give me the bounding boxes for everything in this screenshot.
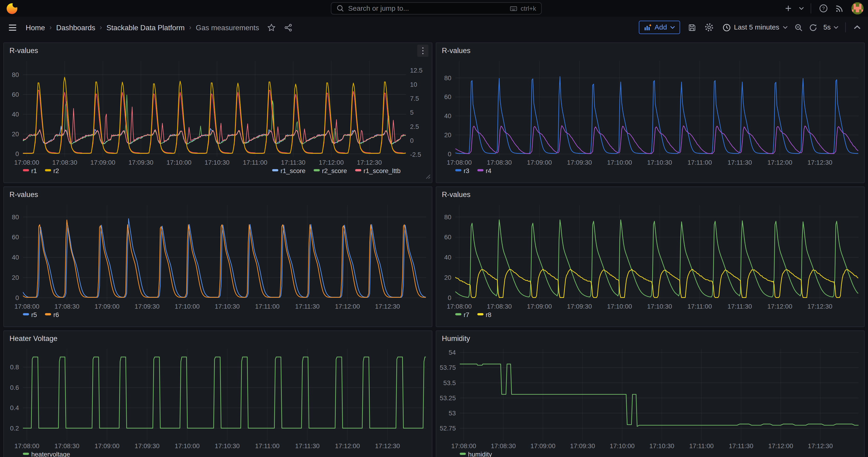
timeseries-chart[interactable]: 17:08:0017:08:3017:09:0017:09:3017:10:00…: [436, 57, 864, 183]
svg-text:17:12:00: 17:12:00: [767, 303, 792, 310]
grafana-app: Search or jump to... ctrl+k: [0, 0, 868, 457]
favorite-star-icon[interactable]: [265, 21, 278, 34]
svg-text:r1_score: r1_score: [281, 167, 305, 175]
svg-text:17:11:30: 17:11:30: [729, 443, 753, 450]
divider: [811, 3, 811, 13]
settings-gear-icon[interactable]: [702, 21, 715, 34]
toolbar-actions: Add Last: [639, 17, 864, 38]
kiosk-collapse-button[interactable]: [850, 21, 864, 34]
panel-title[interactable]: Humidity: [442, 334, 470, 342]
svg-text:heatervoltage: heatervoltage: [31, 451, 70, 457]
svg-text:17:12:30: 17:12:30: [375, 443, 400, 450]
svg-text:20: 20: [444, 274, 452, 281]
new-chevron-down-icon[interactable]: [797, 2, 805, 15]
svg-text:10: 10: [410, 81, 417, 88]
svg-text:17:08:00: 17:08:00: [451, 443, 476, 450]
svg-text:54: 54: [448, 349, 456, 356]
panel-title[interactable]: R-values: [9, 190, 38, 199]
timeseries-chart[interactable]: 17:08:0017:08:3017:09:0017:09:3017:10:00…: [436, 345, 864, 457]
svg-text:17:09:30: 17:09:30: [134, 303, 159, 310]
svg-text:80: 80: [444, 74, 452, 82]
refresh-button[interactable]: [807, 21, 820, 34]
svg-text:53.5: 53.5: [443, 379, 456, 387]
panel-header: R-values: [4, 43, 432, 57]
search-input[interactable]: Search or jump to... ctrl+k: [331, 2, 541, 14]
breadcrumb-folder[interactable]: Stackable Data Platform: [106, 23, 185, 32]
svg-text:17:08:30: 17:08:30: [54, 443, 79, 450]
news-rss-icon[interactable]: [832, 2, 846, 15]
svg-text:20: 20: [444, 131, 452, 139]
save-button[interactable]: [685, 21, 699, 34]
svg-text:17:12:00: 17:12:00: [335, 303, 360, 310]
timeseries-chart[interactable]: 17:08:0017:08:3017:09:0017:09:3017:10:00…: [4, 202, 432, 327]
svg-text:17:08:00: 17:08:00: [14, 303, 39, 310]
panel-menu-kebab-icon[interactable]: [417, 44, 428, 57]
svg-text:17:11:30: 17:11:30: [727, 159, 752, 166]
svg-text:17:10:00: 17:10:00: [607, 303, 632, 310]
svg-text:17:09:00: 17:09:00: [90, 159, 115, 166]
svg-text:53: 53: [448, 409, 456, 417]
breadcrumb-home[interactable]: Home: [26, 23, 45, 32]
svg-text:80: 80: [12, 213, 19, 221]
svg-text:7.5: 7.5: [410, 95, 419, 102]
svg-text:17:10:00: 17:10:00: [610, 443, 634, 450]
panel-header: R-values: [436, 187, 864, 202]
divider: [845, 22, 846, 32]
panel-title[interactable]: Heater Voltage: [9, 334, 57, 342]
svg-text:60: 60: [444, 93, 452, 101]
user-avatar[interactable]: [851, 2, 864, 14]
svg-text:17:12:00: 17:12:00: [319, 159, 344, 166]
breadcrumb-current: Gas measurements: [196, 23, 259, 32]
svg-text:17:12:30: 17:12:30: [808, 443, 833, 450]
svg-text:17:09:30: 17:09:30: [570, 443, 595, 450]
panel-r-values-3: R-values 17:08:0017:08:3017:09:0017:09:3…: [3, 186, 432, 327]
svg-text:17:08:00: 17:08:00: [447, 159, 472, 166]
zoom-out-button[interactable]: [792, 21, 806, 34]
panel-resize-handle[interactable]: [426, 172, 431, 181]
timeseries-chart[interactable]: 17:08:0017:08:3017:09:0017:09:3017:10:00…: [436, 202, 864, 327]
svg-text:0.2: 0.2: [10, 425, 19, 432]
svg-text:17:09:00: 17:09:00: [527, 159, 552, 166]
svg-text:17:11:00: 17:11:00: [255, 443, 279, 450]
svg-text:17:10:30: 17:10:30: [647, 159, 672, 166]
svg-text:80: 80: [444, 213, 452, 221]
svg-text:40: 40: [12, 254, 19, 261]
panel-header: R-values: [4, 187, 432, 202]
grafana-logo-icon[interactable]: [6, 2, 19, 15]
dashboard-toolbar: Home › Dashboards › Stackable Data Platf…: [0, 17, 868, 38]
panel-title[interactable]: R-values: [442, 46, 470, 54]
panel-title[interactable]: R-values: [442, 190, 470, 199]
help-icon[interactable]: ?: [817, 2, 830, 15]
svg-text:0: 0: [448, 150, 451, 158]
timeseries-chart[interactable]: 17:08:0017:08:3017:09:0017:09:3017:10:00…: [4, 345, 432, 457]
svg-text:17:12:00: 17:12:00: [335, 443, 360, 450]
svg-text:17:11:00: 17:11:00: [689, 443, 714, 450]
svg-text:17:10:00: 17:10:00: [607, 159, 632, 166]
panel-header: Heater Voltage: [4, 331, 432, 345]
chevron-down-icon: [783, 26, 788, 29]
panel-humidity: Humidity 17:08:0017:08:3017:09:0017:09:3…: [436, 331, 865, 457]
share-icon[interactable]: [281, 21, 295, 34]
svg-text:17:11:30: 17:11:30: [727, 303, 752, 310]
breadcrumb-separator: ›: [100, 24, 102, 31]
svg-text:53.25: 53.25: [440, 394, 456, 402]
panel-r-values-2: R-values 17:08:0017:08:3017:09:0017:09:3…: [436, 42, 865, 183]
svg-text:60: 60: [12, 91, 19, 98]
panel-title[interactable]: R-values: [9, 46, 38, 54]
new-plus-button[interactable]: [781, 2, 795, 15]
svg-text:2.5: 2.5: [410, 123, 419, 130]
add-button[interactable]: Add: [639, 21, 680, 34]
time-range-picker[interactable]: Last 5 minutes: [719, 23, 791, 32]
svg-text:r8: r8: [486, 311, 491, 318]
svg-text:17:10:30: 17:10:30: [215, 443, 240, 450]
svg-text:17:08:00: 17:08:00: [14, 443, 39, 450]
svg-text:0.6: 0.6: [10, 384, 19, 391]
svg-text:0: 0: [410, 137, 413, 144]
svg-text:humidity: humidity: [468, 451, 492, 457]
breadcrumb-dashboards[interactable]: Dashboards: [56, 23, 95, 32]
menu-hamburger-icon[interactable]: [6, 21, 19, 34]
svg-text:17:11:30: 17:11:30: [281, 159, 305, 166]
panel-header: R-values: [436, 43, 864, 57]
refresh-interval-picker[interactable]: 5s: [821, 24, 841, 31]
timeseries-chart[interactable]: 17:08:0017:08:3017:09:0017:09:3017:10:00…: [4, 57, 432, 183]
